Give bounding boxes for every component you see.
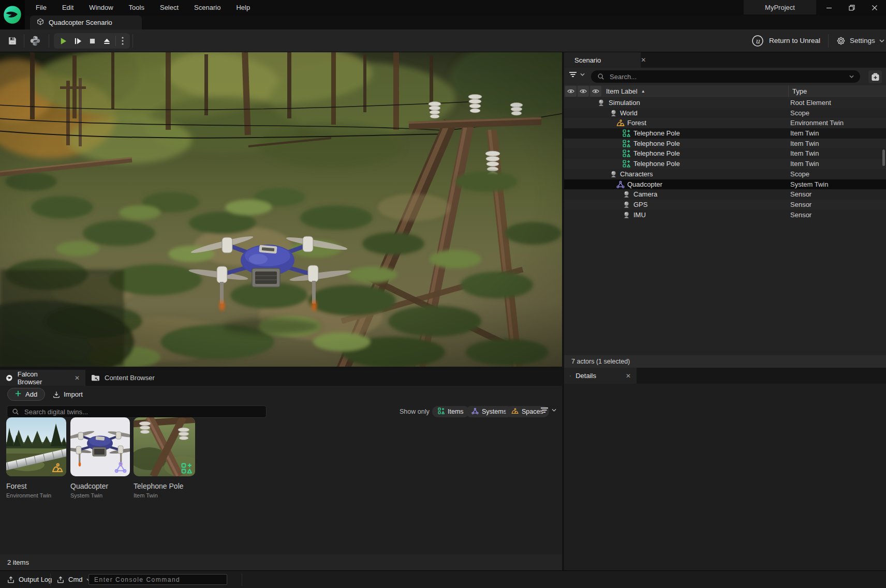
tree-row-imu[interactable]: IMU Sensor <box>564 210 886 220</box>
card-quadcopter[interactable]: Quadcopter System Twin <box>70 417 130 499</box>
menu-file[interactable]: File <box>28 0 54 16</box>
return-to-unreal-button[interactable]: u Return to Unreal <box>751 29 820 52</box>
filter-items-button[interactable]: Items <box>432 406 469 417</box>
more-options-button[interactable] <box>117 33 128 49</box>
tab-scenario[interactable]: Scenario ✕ <box>564 52 641 68</box>
minimize-button[interactable] <box>818 0 840 16</box>
tree-rows: Simulation Root Element World Scope Fore… <box>564 98 886 220</box>
row-type: Sensor <box>790 211 811 219</box>
details-panel-body <box>564 384 886 570</box>
tree-row-simulation[interactable]: Simulation Root Element <box>564 98 886 108</box>
python-icon <box>29 35 41 47</box>
visibility-column-3-eye-icon[interactable] <box>590 86 601 97</box>
close-icon[interactable]: ✕ <box>641 57 646 63</box>
cube-icon <box>37 18 44 27</box>
card-name: Quadcopter <box>70 482 130 490</box>
sensor-icon <box>623 190 630 200</box>
tab-falcon-browser-label: Falcon Browser <box>18 370 57 386</box>
search-icon <box>597 73 604 80</box>
window-controls <box>818 0 886 16</box>
menu-edit[interactable]: Edit <box>54 0 81 16</box>
eject-button[interactable] <box>99 33 114 49</box>
menu-scenario[interactable]: Scenario <box>186 0 228 16</box>
menu-select[interactable]: Select <box>152 0 186 16</box>
menu-tools[interactable]: Tools <box>121 0 152 16</box>
tree-row-telephone-pole-1[interactable]: Telephone Pole Item Twin <box>564 128 886 139</box>
tree-row-telephone-pole-2[interactable]: Telephone Pole Item Twin <box>564 139 886 149</box>
tab-falcon-browser[interactable]: Falcon Browser ✕ <box>0 370 85 386</box>
tree-filter-button[interactable] <box>569 71 585 78</box>
tree-row-characters[interactable]: Characters Scope <box>564 169 886 179</box>
system-twin-icon <box>616 180 625 190</box>
output-log-button[interactable]: Output Log <box>7 571 52 588</box>
column-item-label[interactable]: Item Label <box>606 87 638 95</box>
scenario-search-input[interactable] <box>609 72 845 81</box>
digital-twins-search-box[interactable] <box>7 405 267 418</box>
tab-content-browser-label: Content Browser <box>105 374 155 382</box>
row-type: Item Twin <box>790 160 819 168</box>
visibility-column-1-eye-icon[interactable] <box>565 86 577 97</box>
sort-ascending-icon: ▲ <box>641 89 645 94</box>
unreal-icon: u <box>751 35 764 47</box>
sensor-icon <box>623 201 630 210</box>
bottom-status-bar: Output Log Cmd <box>0 570 886 588</box>
tree-row-forest[interactable]: Forest Environment Twin <box>564 118 886 128</box>
row-label: Camera <box>633 190 657 198</box>
card-forest[interactable]: Forest Environment Twin <box>6 417 66 499</box>
falcon-browser-panel: Falcon Browser ✕ Content Browser Add Imp… <box>0 370 562 570</box>
add-to-scenario-button[interactable] <box>868 70 882 83</box>
tree-row-telephone-pole-3[interactable]: Telephone Pole Item Twin <box>564 148 886 159</box>
close-button[interactable] <box>863 0 886 16</box>
browser-filter-button[interactable] <box>540 407 556 413</box>
tree-row-world[interactable]: World Scope <box>564 108 886 118</box>
console-command-box[interactable] <box>88 574 227 585</box>
cmd-dropdown[interactable]: Cmd <box>57 571 91 588</box>
row-label: Telephone Pole <box>633 129 680 137</box>
item-twin-icon <box>623 149 630 159</box>
column-type[interactable]: Type <box>792 87 807 95</box>
tab-content-browser[interactable]: Content Browser <box>85 370 176 386</box>
item-twin-icon <box>623 129 630 139</box>
console-command-input[interactable] <box>93 576 223 584</box>
show-only-label: Show only <box>400 405 430 418</box>
tree-row-gps[interactable]: GPS Sensor <box>564 200 886 210</box>
tab-quadcopter-scenario[interactable]: Quadcopter Scenario <box>30 16 142 29</box>
tree-row-quadcopter[interactable]: Quadcopter System Twin <box>564 179 886 190</box>
tree-scrollbar[interactable] <box>882 149 885 166</box>
scenario-search-box[interactable] <box>591 70 860 83</box>
doc-tab-label: Quadcopter Scenario <box>49 19 112 26</box>
stop-button[interactable] <box>85 33 99 49</box>
chevron-down-icon <box>552 409 556 412</box>
menu-window[interactable]: Window <box>81 0 121 16</box>
settings-button[interactable]: Settings <box>836 29 884 52</box>
step-button[interactable] <box>70 33 85 49</box>
row-label: Telephone Pole <box>633 149 680 157</box>
visibility-column-2-eye-icon[interactable] <box>578 86 589 97</box>
restore-button[interactable] <box>840 0 863 16</box>
chevron-down-icon <box>580 73 585 76</box>
save-icon <box>7 36 18 46</box>
tree-row-telephone-pole-4[interactable]: Telephone Pole Item Twin <box>564 159 886 169</box>
tab-details-label: Details <box>575 372 596 380</box>
add-button[interactable]: Add <box>7 388 45 401</box>
row-label: Telephone Pole <box>633 160 680 168</box>
gear-icon <box>836 36 846 46</box>
tab-details[interactable]: Details ✕ <box>564 368 637 384</box>
viewport-3d-scene[interactable] <box>0 52 562 367</box>
close-icon[interactable]: ✕ <box>75 375 80 381</box>
folder-search-icon <box>91 374 100 382</box>
telephone-pole-thumbnail <box>134 417 195 476</box>
import-button[interactable]: Import <box>53 388 83 401</box>
digital-twins-search-input[interactable] <box>23 408 261 416</box>
card-telephone-pole[interactable]: Telephone Pole Item Twin <box>134 417 195 499</box>
card-name: Telephone Pole <box>134 482 195 490</box>
menu-help[interactable]: Help <box>228 0 258 16</box>
save-button[interactable] <box>4 33 21 49</box>
row-label: Quadcopter <box>627 180 662 188</box>
chevron-down-icon[interactable] <box>849 75 854 78</box>
tree-row-camera[interactable]: Camera Sensor <box>564 189 886 200</box>
play-button[interactable] <box>56 33 70 49</box>
row-type: Sensor <box>790 190 811 198</box>
close-icon[interactable]: ✕ <box>626 373 631 379</box>
python-script-button[interactable] <box>27 33 43 49</box>
